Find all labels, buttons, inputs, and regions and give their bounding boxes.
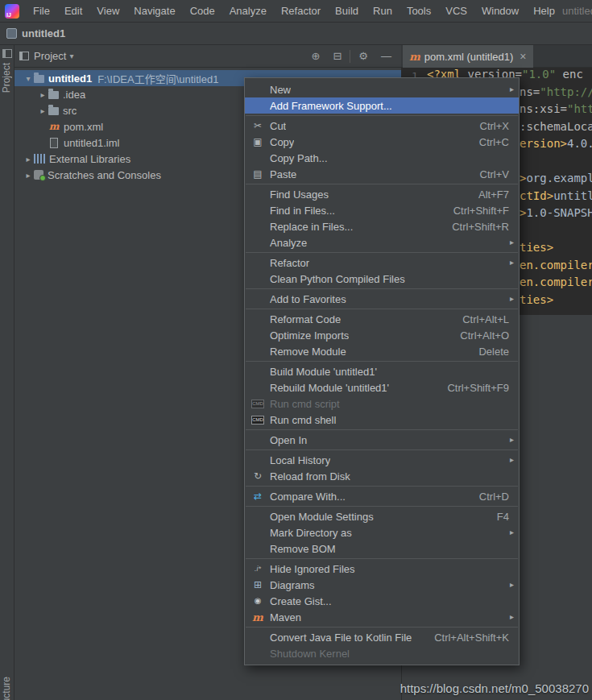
chevron-right-icon[interactable]: ▸ xyxy=(37,106,48,115)
maven-icon: m xyxy=(250,611,265,623)
menubar-item-run[interactable]: Run xyxy=(366,0,399,22)
menu-item-remove-bom[interactable]: Remove BOM xyxy=(245,541,519,557)
code-line-fragment: en.compiler xyxy=(520,259,592,271)
paste-icon: ▤ xyxy=(250,168,265,180)
menu-separator xyxy=(246,252,518,253)
chevron-down-icon[interactable]: ▾ xyxy=(23,74,34,83)
menu-item-open-in[interactable]: Open In▸ xyxy=(245,432,519,448)
menubar-item-help[interactable]: Help xyxy=(526,0,562,22)
code-token-text: 4.0.0 xyxy=(567,137,592,150)
menubar-item-view[interactable]: View xyxy=(89,0,126,22)
tree-item-path: F:\IDEA工作空间\untitled1 xyxy=(97,71,218,86)
chevron-down-icon[interactable]: ▾ xyxy=(69,52,73,60)
tool-window-stripe-left: Project ucture xyxy=(0,45,14,700)
menu-item-replace-in-files[interactable]: Replace in Files...Ctrl+Shift+R xyxy=(245,218,519,234)
menu-item-label: New xyxy=(270,84,291,96)
menubar-item-code[interactable]: Code xyxy=(183,0,222,22)
menu-item-label: Hide Ignored Files xyxy=(270,563,355,575)
project-tool-icon[interactable] xyxy=(2,49,12,58)
toolbar-divider xyxy=(350,50,350,63)
stripe-label-project[interactable]: Project xyxy=(1,63,14,93)
menu-item-create-gist[interactable]: ◉Create Gist... xyxy=(245,593,519,609)
menu-item-new[interactable]: New▸ xyxy=(245,81,519,97)
close-icon[interactable]: × xyxy=(520,50,526,63)
menubar-item-analyze[interactable]: Analyze xyxy=(222,0,274,22)
chevron-right-icon[interactable]: ▸ xyxy=(23,155,34,164)
chevron-right-icon[interactable]: ▸ xyxy=(23,171,34,180)
gear-icon[interactable]: ⚙ xyxy=(354,50,373,62)
menu-item-paste[interactable]: ▤PasteCtrl+V xyxy=(245,166,519,182)
menu-item-build-module-untitled1[interactable]: Build Module 'untitled1' xyxy=(245,363,519,379)
menu-item-remove-module[interactable]: Remove ModuleDelete xyxy=(245,343,519,359)
menu-item-cut[interactable]: ✂CutCtrl+X xyxy=(245,118,519,134)
menu-item-shortcut: Alt+F7 xyxy=(478,188,509,201)
menu-item-label: Reload from Disk xyxy=(270,470,350,483)
editor-tab-label: pom.xml (untitled1) xyxy=(424,51,514,63)
menu-item-shutdown-kernel: Shutdown Kernel xyxy=(245,645,519,661)
menu-item-copy[interactable]: ▣CopyCtrl+C xyxy=(245,134,519,150)
tree-item-label: untitled1.iml xyxy=(64,137,119,149)
menu-item-diagrams[interactable]: ⊞Diagrams▸ xyxy=(245,577,519,593)
menu-item-shortcut: Ctrl+X xyxy=(480,120,509,132)
stripe-label-structure[interactable]: ucture xyxy=(1,677,14,700)
code-token-attr: :schemaLoca xyxy=(520,120,592,133)
menu-item-label: Find Usages xyxy=(270,188,329,201)
editor-tab-pom[interactable]: m pom.xml (untitled1) × xyxy=(403,45,533,68)
menu-item-local-history[interactable]: Local History▸ xyxy=(245,452,519,468)
menu-item-add-framework-support[interactable]: Add Framework Support... xyxy=(245,97,519,114)
chevron-right-icon[interactable]: ▸ xyxy=(37,90,48,99)
menu-item-label: Copy xyxy=(270,136,294,148)
menu-item-compare-with[interactable]: ⇄Compare With...Ctrl+D xyxy=(245,488,519,504)
menu-item-reformat-code[interactable]: Reformat CodeCtrl+Alt+L xyxy=(245,311,519,327)
hide-panel-icon[interactable]: — xyxy=(376,50,396,62)
menu-item-analyze[interactable]: Analyze▸ xyxy=(245,234,519,251)
menu-item-reload-from-disk[interactable]: ↻Reload from Disk xyxy=(245,468,519,484)
menu-item-label: Find in Files... xyxy=(270,205,335,217)
menubar-item-window[interactable]: Window xyxy=(474,0,526,22)
menu-item-label: Run cmd shell xyxy=(270,414,336,426)
code-token-tag: ctId> xyxy=(520,189,553,202)
submenu-arrow-icon: ▸ xyxy=(510,238,514,246)
tree-item-label: pom.xml xyxy=(64,121,103,133)
menu-item-open-module-settings[interactable]: Open Module SettingsF4 xyxy=(245,508,519,524)
menubar-item-refactor[interactable]: Refactor xyxy=(274,0,328,22)
menu-separator xyxy=(246,429,518,430)
menubar-item-vcs[interactable]: VCS xyxy=(438,0,474,22)
menubar-item-file[interactable]: File xyxy=(26,0,57,22)
menubar-item-build[interactable]: Build xyxy=(328,0,366,22)
menubar-item-tools[interactable]: Tools xyxy=(399,0,438,22)
menu-item-label: Copy Path... xyxy=(270,152,328,164)
project-panel-title[interactable]: Project xyxy=(34,50,66,62)
diagrams-icon: ⊞ xyxy=(250,579,265,590)
menu-item-maven[interactable]: mMaven▸ xyxy=(245,609,519,625)
maven-icon: m xyxy=(409,51,420,63)
menu-item-add-to-favorites[interactable]: Add to Favorites▸ xyxy=(245,291,519,307)
menu-item-find-usages[interactable]: Find UsagesAlt+F7 xyxy=(245,186,519,202)
menu-item-refactor[interactable]: Refactor▸ xyxy=(245,255,519,271)
gist-icon: ◉ xyxy=(250,595,265,607)
menu-item-optimize-imports[interactable]: Optimize ImportsCtrl+Alt+O xyxy=(245,327,519,343)
menu-item-clean-python-compiled-files[interactable]: Clean Python Compiled Files xyxy=(245,271,519,287)
menu-item-shortcut: F4 xyxy=(497,511,509,523)
folder-icon xyxy=(48,107,59,115)
menu-item-mark-directory-as[interactable]: Mark Directory as▸ xyxy=(245,524,519,541)
menu-item-label: Run cmd script xyxy=(270,398,340,410)
menubar-item-navigate[interactable]: Navigate xyxy=(126,0,182,22)
navigation-bar: untitled1 xyxy=(0,23,592,45)
breadcrumb-project[interactable]: untitled1 xyxy=(22,27,65,39)
tree-item-label: untitled1 xyxy=(48,72,92,85)
menubar-item-edit[interactable]: Edit xyxy=(57,0,89,22)
compare-icon: ⇄ xyxy=(250,491,265,502)
code-token-text: org.exampl xyxy=(526,172,592,184)
menu-item-find-in-files[interactable]: Find in Files...Ctrl+Shift+F xyxy=(245,202,519,218)
menu-item-run-cmd-shell[interactable]: CMDRun cmd shell xyxy=(245,412,519,428)
code-token-attr: ns:xsi= xyxy=(520,102,567,115)
menu-item-rebuild-module-untitled1[interactable]: Rebuild Module 'untitled1'Ctrl+Shift+F9 xyxy=(245,379,519,396)
menu-item-hide-ignored-files[interactable]: .i*Hide Ignored Files xyxy=(245,561,519,577)
library-icon xyxy=(34,154,45,164)
menu-item-convert-java-file-to-kotlin-file[interactable]: Convert Java File to Kotlin FileCtrl+Alt… xyxy=(245,629,519,645)
menu-item-copy-path[interactable]: Copy Path... xyxy=(245,150,519,166)
locate-file-icon[interactable]: ⊕ xyxy=(307,50,325,62)
context-menu: New▸Add Framework Support...✂CutCtrl+X▣C… xyxy=(244,77,520,665)
collapse-all-icon[interactable]: ⊟ xyxy=(328,50,346,62)
